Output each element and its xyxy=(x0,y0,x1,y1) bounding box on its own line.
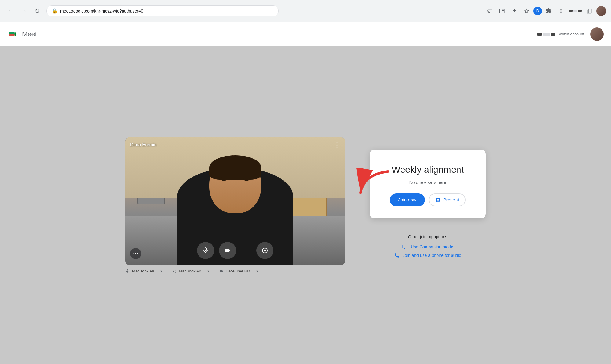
mic-toggle-button[interactable] xyxy=(197,242,214,259)
companion-mode-icon xyxy=(402,244,408,250)
video-controls xyxy=(197,242,273,259)
effects-button[interactable] xyxy=(256,242,273,259)
dots-icon xyxy=(133,250,139,257)
svg-point-4 xyxy=(134,253,134,254)
companion-mode-link[interactable]: Use Companion mode xyxy=(394,244,461,250)
video-preview-container: Dima Eremin ⋮ xyxy=(125,137,345,265)
google-meet-icon xyxy=(7,28,20,40)
person-eye-left xyxy=(221,177,227,181)
present-icon xyxy=(435,197,441,203)
join-buttons: Join now Present xyxy=(387,193,469,206)
download-button[interactable] xyxy=(509,5,520,16)
camera-chevron-icon: ▾ xyxy=(256,269,258,273)
menu-button[interactable] xyxy=(555,5,566,16)
phone-audio-icon xyxy=(394,253,400,258)
present-button[interactable]: Present xyxy=(429,193,466,206)
camera-icon xyxy=(224,247,231,254)
join-now-button[interactable]: Join now xyxy=(390,193,425,206)
person-head xyxy=(209,155,261,213)
video-more-options-button[interactable]: ⋮ xyxy=(334,141,340,149)
svg-point-5 xyxy=(135,253,136,254)
switch-account-button[interactable]: Switch account xyxy=(537,32,584,36)
companion-mode-label: Use Companion mode xyxy=(411,244,453,249)
participant-name-tag: Dima Eremin xyxy=(130,142,157,147)
account-avatars xyxy=(537,33,555,36)
url-text: meet.google.com/khr-mcsz-wio?authuser=0 xyxy=(60,9,273,13)
browser-chrome: ← → ↻ 🔒 meet.google.com/khr-mcsz-wio?aut… xyxy=(0,0,611,22)
mic-selector-icon xyxy=(125,269,130,274)
svg-point-6 xyxy=(137,253,138,254)
speaker-selector-icon xyxy=(172,269,177,274)
user-avatar[interactable] xyxy=(596,6,606,16)
forward-button[interactable]: → xyxy=(18,5,29,16)
right-panel: Weekly alignment No one else is here Joi… xyxy=(370,150,486,261)
camera-device-selector[interactable]: FaceTime HD ... ▾ xyxy=(219,269,258,274)
content-wrapper: Dima Eremin ⋮ xyxy=(12,137,599,274)
star-button[interactable] xyxy=(521,5,532,16)
switch-account-label: Switch account xyxy=(558,32,584,36)
browser-right-icons: D xyxy=(485,5,606,16)
meet-logo[interactable]: Meet xyxy=(7,28,37,40)
effects-icon xyxy=(261,247,269,254)
camera-toggle-button[interactable] xyxy=(219,242,236,259)
mic-device-selector[interactable]: MacBook Air ... ▾ xyxy=(125,269,162,274)
mic-chevron-icon: ▾ xyxy=(160,269,162,273)
reload-button[interactable]: ↻ xyxy=(32,5,43,16)
lock-icon: 🔒 xyxy=(52,8,58,14)
other-options-title: Other joining options xyxy=(394,234,461,239)
other-options-section: Other joining options Use Companion mode… xyxy=(394,234,461,261)
speaker-device-name: MacBook Air ... xyxy=(179,269,205,273)
svg-rect-2 xyxy=(9,32,15,34)
video-section: Dima Eremin ⋮ xyxy=(125,137,345,274)
present-label: Present xyxy=(443,197,459,202)
mic-icon xyxy=(202,247,209,254)
no-one-subtitle: No one else is here xyxy=(387,180,469,185)
meeting-title: Weekly alignment xyxy=(387,164,469,175)
person-hair xyxy=(209,155,261,180)
video-dots-button[interactable] xyxy=(130,248,141,259)
account-bar-3 xyxy=(551,33,555,36)
cast-button[interactable] xyxy=(485,5,496,16)
main-content: Dima Eremin ⋮ xyxy=(0,46,611,364)
account-bar-2 xyxy=(543,33,550,36)
join-card: Weekly alignment No one else is here Joi… xyxy=(370,150,486,218)
speaker-chevron-icon: ▾ xyxy=(207,269,209,273)
profile-circle-blue[interactable]: D xyxy=(533,7,542,15)
camera-device-name: FaceTime HD ... xyxy=(226,269,254,273)
extensions-button[interactable] xyxy=(543,5,554,16)
meet-title-text: Meet xyxy=(22,30,37,38)
nav-buttons: ← → ↻ xyxy=(5,5,43,16)
person-eye-right xyxy=(243,177,250,181)
device-selectors: MacBook Air ... ▾ MacBook Air ... ▾ Face… xyxy=(125,269,258,274)
speaker-device-selector[interactable]: MacBook Air ... ▾ xyxy=(172,269,209,274)
phone-audio-link[interactable]: Join and use a phone for audio xyxy=(394,253,461,258)
meet-header: Meet Switch account xyxy=(0,22,611,46)
svg-rect-3 xyxy=(9,34,15,36)
account-bar-1 xyxy=(537,33,542,36)
camera-selector-icon xyxy=(219,269,224,274)
pip-button[interactable] xyxy=(497,5,508,16)
back-button[interactable]: ← xyxy=(5,5,16,16)
address-bar[interactable]: 🔒 meet.google.com/khr-mcsz-wio?authuser=… xyxy=(46,5,279,16)
phone-audio-label: Join and use a phone for audio xyxy=(403,253,461,258)
top-bar-progress xyxy=(569,10,582,12)
header-right: Switch account xyxy=(537,27,604,41)
tab-manager-button[interactable] xyxy=(584,5,595,16)
header-user-avatar[interactable] xyxy=(590,27,604,41)
mic-device-name: MacBook Air ... xyxy=(132,269,159,273)
